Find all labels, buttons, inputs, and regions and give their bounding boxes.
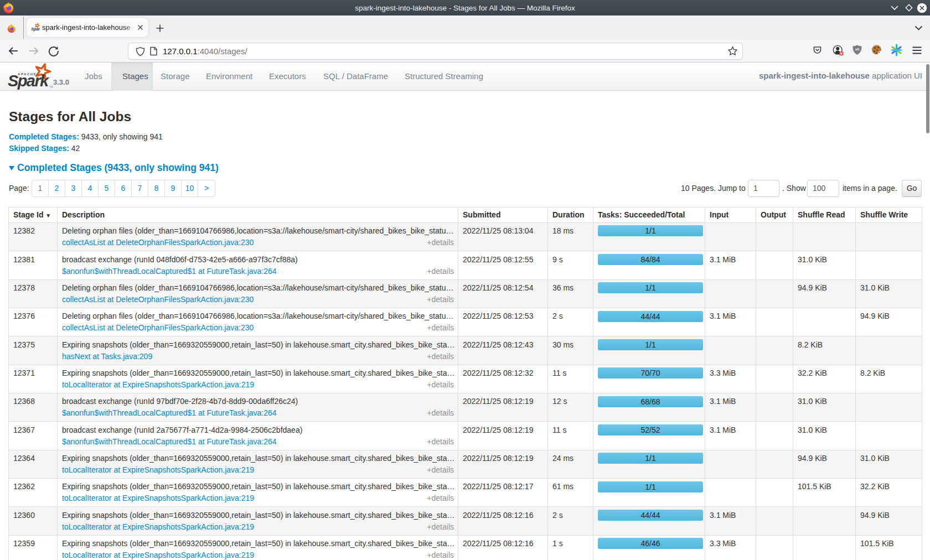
svg-text:uO: uO	[855, 48, 860, 51]
svg-text:Spark: Spark	[31, 27, 40, 32]
svg-text:TM: TM	[49, 86, 53, 89]
svg-text:Spark: Spark	[8, 72, 50, 90]
